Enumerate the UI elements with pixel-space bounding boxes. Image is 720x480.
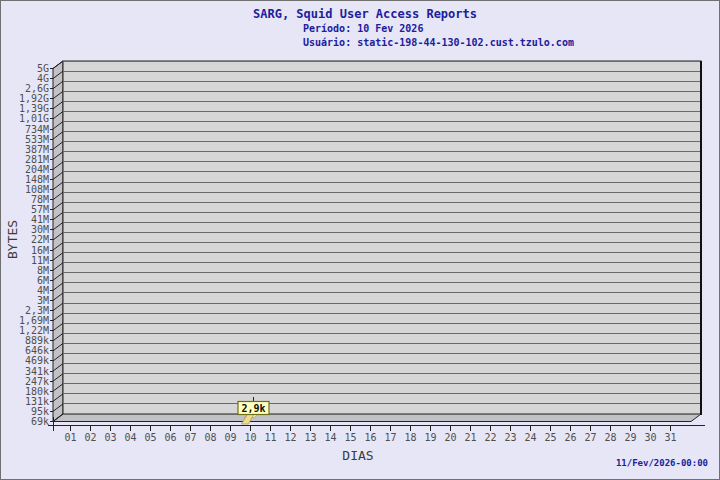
y-tick-marks — [50, 69, 54, 422]
data-point-label: 2,9k — [241, 403, 265, 414]
plot-floor — [53, 414, 701, 422]
x-tick-label: 25 — [544, 432, 556, 443]
x-axis-title: DIAS — [342, 448, 373, 463]
x-tick-label: 19 — [424, 432, 436, 443]
x-tick-labels: 0102030405060708091011121314151617181920… — [64, 432, 676, 443]
x-tick-label: 02 — [84, 432, 96, 443]
sarg-report-image: SARG, Squid User Access Reports Período:… — [0, 0, 720, 480]
x-tick-label: 26 — [564, 432, 576, 443]
x-tick-label: 24 — [524, 432, 536, 443]
x-tick-label: 29 — [624, 432, 636, 443]
x-tick-label: 07 — [184, 432, 196, 443]
x-tick-label: 01 — [64, 432, 76, 443]
plot-3d-frame — [53, 61, 701, 422]
chart-title: SARG, Squid User Access Reports — [253, 7, 477, 21]
y-axis-title: BYTES — [5, 220, 20, 259]
x-tick-label: 06 — [164, 432, 176, 443]
x-tick-label: 18 — [404, 432, 416, 443]
x-tick-label: 30 — [644, 432, 656, 443]
generated-timestamp: 11/Fev/2026-00:00 — [616, 458, 708, 468]
x-tick-label: 21 — [464, 432, 476, 443]
x-tick-label: 15 — [344, 432, 356, 443]
chart-user: Usuário: static-198-44-130-102.cust.tzul… — [303, 37, 574, 48]
x-tick-label: 08 — [204, 432, 216, 443]
x-tick-label: 14 — [324, 432, 336, 443]
x-tick-label: 11 — [264, 432, 276, 443]
sarg-daily-chart: SARG, Squid User Access Reports Período:… — [1, 1, 720, 480]
x-tick-label: 28 — [604, 432, 616, 443]
x-tick-label: 05 — [144, 432, 156, 443]
x-tick-label: 12 — [284, 432, 296, 443]
x-tick-label: 22 — [484, 432, 496, 443]
x-tick-label: 27 — [584, 432, 596, 443]
chart-period: Período: 10 Fev 2026 — [303, 23, 423, 34]
x-tick-label: 31 — [664, 432, 676, 443]
x-tick-label: 03 — [104, 432, 116, 443]
chart-header: SARG, Squid User Access Reports Período:… — [253, 7, 574, 48]
x-tick-label: 20 — [444, 432, 456, 443]
x-tick-label: 09 — [224, 432, 236, 443]
x-tick-label: 13 — [304, 432, 316, 443]
plot-back-wall — [63, 61, 701, 414]
x-tick-label: 17 — [384, 432, 396, 443]
x-tick-label: 04 — [124, 432, 136, 443]
x-tick-label: 23 — [504, 432, 516, 443]
x-tick-marks — [71, 425, 671, 431]
x-tick-label: 16 — [364, 432, 376, 443]
y-tick-labels: 5G4G2,6G1,92G1,39G1,01G734M533M387M281M2… — [19, 63, 49, 427]
x-tick-label: 10 — [244, 432, 256, 443]
y-tick-label: 69k — [31, 416, 49, 427]
